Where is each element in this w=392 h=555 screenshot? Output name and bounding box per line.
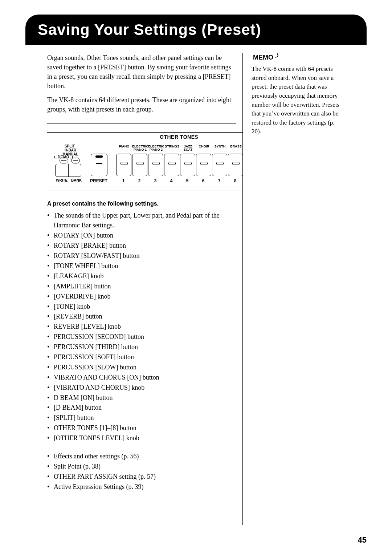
left-column: Organ sounds, Other Tones sounds, and ot… [25,53,236,500]
intro-paragraph-2: The VK-8 contains 64 different presets. … [47,95,236,114]
tone-number-8: 8 [228,178,242,183]
chapter-title-block: Saving Your Settings (Preset) [25,15,367,45]
settings-a-item: [VIBRATO AND CHORUS] knob [47,383,236,393]
panel-diagram: OTHER TONES SPLIT H-BAR MANUAL DEMO [47,132,243,190]
tone-slot-icon [216,162,224,165]
tone-slot-icon [168,162,176,165]
tone-slot-icon [152,162,160,165]
bank-label: BANK [71,178,82,182]
write-label: WRITE [56,178,68,182]
settings-a-item: ROTARY [ON] button [47,231,236,241]
page: Saving Your Settings (Preset) Organ soun… [0,0,392,555]
tone-button-3-icon [148,154,163,176]
tone-number-3: 3 [148,178,163,183]
settings-list-b: Effects and other settings (p. 56)Split … [47,451,236,492]
tone-label-8: BRASS [228,145,244,148]
main-row: Organ sounds, Other Tones sounds, and ot… [25,53,367,525]
tone-button-4-icon [164,154,179,176]
settings-a-item: PERCUSSION [THIRD] button [47,342,236,352]
chapter-title: Saving Your Settings (Preset) [38,21,354,39]
tone-button-8-icon [228,154,243,176]
write-bank-button-icon [55,164,81,177]
tone-number-1: 1 [116,178,131,183]
settings-b-item: Active Expression Settings (p. 39) [47,482,236,492]
memo-body: The VK-8 comes with 64 presets stored on… [252,65,340,136]
settings-list-a: The sounds of the Upper part, Lower part… [47,211,236,443]
memo-icon: MEMO [252,53,275,62]
settings-a-item: REVERB [LEVEL] knob [47,322,236,332]
settings-a-item: PERCUSSION [SLOW] button [47,362,236,373]
settings-a-item: D BEAM [ON] button [47,393,236,403]
hbar-label-line1: H-BAR [62,148,78,152]
settings-a-item: [OTHER TONES LEVEL] knob [47,433,236,443]
other-tones-heading: OTHER TONES [160,134,198,140]
settings-a-item: PERCUSSION [SOFT] button [47,352,236,362]
settings-b-item: Split Point (p. 38) [47,462,236,472]
settings-a-item: [TONE] knob [47,302,236,312]
settings-a-item: [LEAKAGE] knob [47,271,236,281]
tone-slot-icon [200,162,208,165]
tone-slot-icon [121,162,128,165]
settings-a-item: [SPLIT] button [47,413,236,423]
settings-a-item: [REVERB] button [47,312,236,322]
split-label: SPLIT [65,144,75,148]
settings-a-item: [D BEAM] button [47,403,236,413]
tone-label-2: ELECTRICPIANO 1 [132,145,148,152]
page-number: 45 [358,535,367,545]
preset-contains-heading: A preset contains the following settings… [47,200,236,207]
right-sidebar: MEMO The VK-8 comes with 64 presets stor… [242,53,340,525]
tone-number-5: 5 [180,178,195,183]
tone-label-5: JAZZSCAT [180,145,196,152]
tone-button-6-icon [196,154,211,176]
split-hbar-group: SPLIT H-BAR MANUAL [55,141,84,164]
settings-a-item: OTHER TONES [1]–[8] button [47,423,236,433]
tone-button-2-icon [132,154,147,176]
rule-above-panel [47,123,236,123]
settings-a-item: PERCUSSION [SECOND] button [47,332,236,342]
settings-a-item: [TONE WHEEL] button [47,261,236,271]
tone-number-2: 2 [132,178,147,183]
write-bank-separator [68,164,69,177]
settings-a-item: [AMPLIFIER] button [47,281,236,292]
tone-label-1: PIANO [116,145,132,148]
preset-led-icon [95,155,103,158]
tone-button-7-icon [212,154,227,176]
tone-number-4: 4 [164,178,179,183]
tone-label-6: CHOIR [196,145,212,148]
tone-button-5-icon [180,154,195,176]
settings-a-item: [OVERDRIVE] knob [47,292,236,302]
settings-a-item: VIBRATO AND CHORUS [ON] button [47,373,236,383]
tone-number-6: 6 [196,178,211,183]
tone-slot-icon [184,162,192,165]
tone-label-4: STRINGS [164,145,180,148]
settings-b-item: OTHER PART ASSIGN setting (p. 57) [47,472,236,482]
tone-label-7: SYNTH [212,145,228,148]
settings-a-item: ROTARY [BRAKE] button [47,241,236,251]
settings-b-item: Effects and other settings (p. 56) [47,451,236,462]
settings-a-item: The sounds of the Upper part, Lower part… [47,211,236,231]
settings-a-item: ROTARY [SLOW/FAST] button [47,251,236,261]
tone-button-1-icon [116,154,131,176]
intro-paragraph-1: Organ sounds, Other Tones sounds, and ot… [47,53,236,91]
preset-bar-icon [96,163,102,164]
preset-label: PRESET [90,178,107,183]
tone-number-7: 7 [212,178,226,183]
demo-label: DEMO [54,155,73,159]
preset-button-icon [91,154,107,176]
tone-slot-icon [232,162,240,165]
tone-slot-icon [136,162,144,165]
tone-label-3: ELECTRICPIANO 2 [148,145,164,152]
